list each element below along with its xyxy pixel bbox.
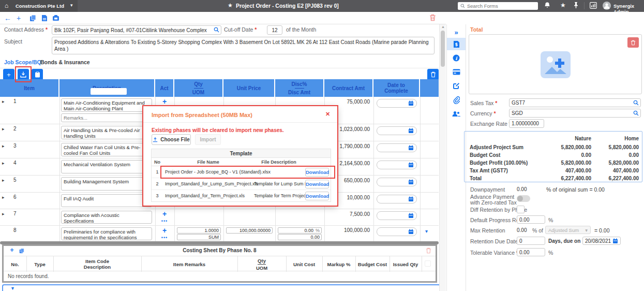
advance-payment-toggle[interactable]	[517, 195, 530, 202]
description-box[interactable]: Main Air-Conditioning Equipment and Main…	[61, 98, 152, 112]
search-forms-box[interactable]	[458, 2, 538, 10]
retention-due-field[interactable]	[517, 237, 545, 245]
search-forms-input[interactable]	[467, 3, 529, 9]
paste-phase-button[interactable]	[32, 69, 43, 80]
total-tab-icon[interactable]: $	[447, 38, 466, 50]
image-upload-box[interactable]	[469, 34, 642, 94]
date-to-complete-input[interactable]	[377, 143, 417, 152]
expand-row-icon[interactable]: ▸	[2, 211, 5, 216]
delete-phase-button[interactable]	[427, 69, 439, 80]
sales-tax-input[interactable]	[509, 98, 641, 107]
edit-tab-icon[interactable]	[447, 80, 466, 92]
expand-row-icon[interactable]: ▸	[2, 195, 5, 200]
currency-input[interactable]	[509, 109, 641, 118]
disc-pct-input[interactable]: 0.00%	[278, 227, 322, 234]
row-dropdown-icon[interactable]: ▾	[425, 228, 428, 234]
tab-job-scope-bq[interactable]: Job Scope/BQ	[4, 59, 41, 65]
description-box[interactable]: Building Management System	[61, 177, 152, 191]
modal-close-icon[interactable]: ✕	[325, 111, 330, 118]
date-to-complete-input[interactable]	[377, 161, 417, 169]
dashboard-chart-icon[interactable]	[590, 2, 597, 10]
sales-tax-field[interactable]	[509, 98, 641, 107]
tolerable-variance-input[interactable]	[517, 248, 545, 256]
default-progress-input[interactable]	[517, 215, 545, 224]
retention-due-date-field[interactable]: 20/08/2021	[582, 237, 621, 245]
download-button[interactable]: Download	[305, 168, 329, 177]
contact-address-field[interactable]	[52, 25, 221, 35]
copy-icon[interactable]	[29, 14, 36, 23]
notifications-bell-icon[interactable]	[544, 2, 550, 10]
currency-field[interactable]	[509, 109, 641, 118]
add-line-button[interactable]: +	[157, 227, 172, 234]
new-record-button[interactable]: +	[17, 13, 21, 23]
date-to-complete-input[interactable]	[377, 178, 417, 186]
unit-price-input[interactable]: 100,000.00000	[226, 227, 273, 234]
section-caret-icon[interactable]: ▼	[10, 286, 15, 291]
uom-input[interactable]: SUM	[177, 234, 221, 240]
default-progress-field[interactable]	[517, 215, 545, 224]
disc-amt-input[interactable]: 0.00	[278, 234, 322, 240]
home-icon[interactable]: ⌂	[5, 0, 8, 12]
add-line-button[interactable]: +	[157, 98, 172, 105]
exchange-rate-input[interactable]	[509, 119, 544, 128]
date-to-complete-input[interactable]	[377, 211, 417, 220]
info-tab-icon[interactable]: i	[447, 52, 466, 64]
description-box[interactable]: Compliance with Acoustic Specifications	[61, 211, 152, 224]
description-box[interactable]: Mechanical Ventilation System	[61, 160, 152, 173]
user-avatar[interactable]	[603, 2, 611, 11]
pin-icon[interactable]	[573, 2, 579, 10]
qty-input[interactable]: 1.0000	[177, 227, 221, 234]
expand-row-icon[interactable]: ▸	[2, 99, 5, 104]
chevron-down-icon[interactable]: ▾	[70, 3, 73, 8]
scroll-up-icon[interactable]: ▲	[441, 25, 445, 28]
subject-input[interactable]: Proposed Additions & Alterations To Exis…	[52, 37, 435, 54]
collapse-panel-icon[interactable]: »	[447, 26, 466, 38]
description-filter-input[interactable]	[91, 88, 127, 95]
expand-row-icon[interactable]: ▸	[2, 161, 5, 166]
collapsed-section[interactable]: ▼	[2, 284, 441, 291]
exchange-rate-field[interactable]	[509, 119, 544, 128]
retention-due-input[interactable]	[517, 237, 545, 245]
add-phase-button[interactable]: +	[3, 69, 14, 80]
remove-image-button[interactable]	[627, 37, 639, 48]
download-button[interactable]: Download	[305, 180, 329, 188]
date-to-complete-input[interactable]	[377, 227, 417, 236]
export-file-icon[interactable]	[41, 14, 48, 23]
description-box[interactable]: Chilled Water Fan Coil Units & Pre-coole…	[61, 143, 152, 156]
currency-search-icon[interactable]	[633, 110, 639, 117]
costing-delete-icon[interactable]	[426, 248, 431, 255]
save-template-icon[interactable]	[52, 14, 59, 22]
cutoff-date-input[interactable]	[267, 25, 282, 35]
expand-row-icon[interactable]: ▸	[2, 126, 5, 132]
favorite-star-icon[interactable]: ★	[228, 2, 233, 9]
company-selector[interactable]: ⌂ Construction Pte Ltd ▾	[0, 0, 78, 12]
payment-tab-icon[interactable]	[447, 66, 466, 78]
more-actions-button[interactable]: •••	[157, 235, 172, 240]
description-box[interactable]: Air Handling Units & Pre-cooled Air Hand…	[61, 126, 152, 139]
choose-file-button[interactable]: Choose File	[152, 134, 191, 145]
add-line-button[interactable]: +	[157, 211, 172, 217]
cutoff-date-field[interactable]	[267, 25, 282, 35]
add-image-icon[interactable]	[541, 51, 571, 78]
back-button[interactable]: ←	[4, 13, 11, 23]
date-to-complete-input[interactable]	[377, 195, 417, 203]
costing-select-all-checkbox[interactable]	[425, 260, 431, 267]
tolerable-variance-field[interactable]	[517, 248, 545, 256]
expand-row-icon[interactable]: ▸	[2, 178, 5, 183]
max-retention-select[interactable]: Adjusted Sum ▾	[545, 226, 591, 234]
diff-retention-checkbox[interactable]	[517, 206, 525, 213]
import-button[interactable]: Import	[195, 134, 221, 145]
date-to-complete-input[interactable]	[377, 126, 417, 135]
date-to-complete-input[interactable]	[377, 99, 417, 108]
tab-bonds-insurance[interactable]: Bonds & Insurance	[40, 59, 90, 65]
attachment-tab-icon[interactable]	[447, 94, 466, 106]
team-tab-icon[interactable]	[447, 108, 466, 120]
favorites-star-icon[interactable]: ★	[560, 2, 566, 9]
expand-row-icon[interactable]: ▸	[2, 143, 5, 149]
download-button[interactable]: Download	[305, 192, 329, 200]
delete-record-icon[interactable]	[429, 14, 436, 22]
vertical-scrollbar[interactable]: ▲	[439, 24, 446, 291]
contact-address-search-icon[interactable]	[214, 27, 219, 34]
more-actions-button[interactable]: •••	[157, 219, 172, 224]
remarks-input[interactable]	[61, 113, 152, 122]
